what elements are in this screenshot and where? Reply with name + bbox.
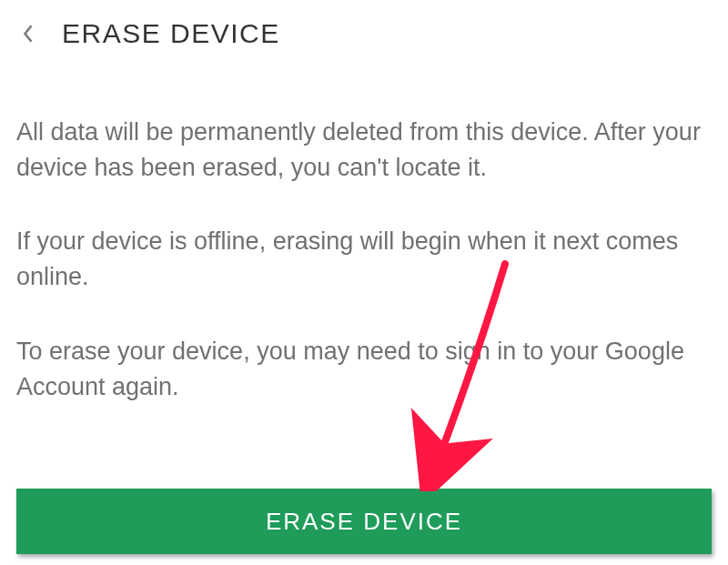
header: ERASE DEVICE (0, 0, 728, 67)
page-title: ERASE DEVICE (62, 18, 280, 49)
warning-paragraph-3: To erase your device, you may need to si… (16, 334, 712, 405)
warning-paragraph-1: All data will be permanently deleted fro… (16, 115, 712, 186)
warning-paragraph-2: If your device is offline, erasing will … (16, 224, 712, 295)
back-icon[interactable] (16, 22, 40, 45)
erase-device-button[interactable]: ERASE DEVICE (16, 489, 712, 554)
content: All data will be permanently deleted fro… (0, 67, 728, 405)
erase-device-button-label: ERASE DEVICE (266, 508, 462, 536)
